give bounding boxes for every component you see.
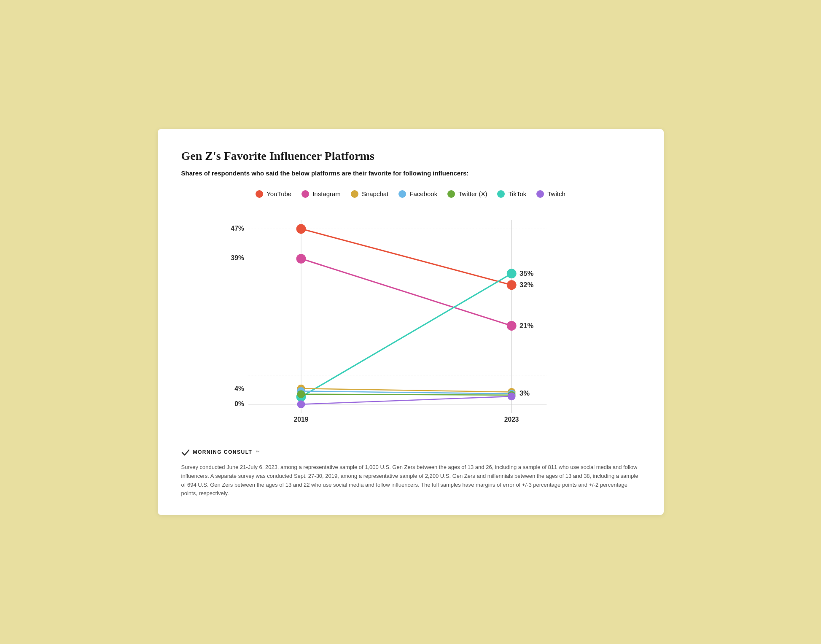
legend: YouTube Instagram Snapchat Facebook Twit… — [181, 190, 640, 198]
legend-item-twitterx: Twitter (X) — [447, 190, 487, 198]
chart-title: Gen Z's Favorite Influencer Platforms — [181, 149, 640, 163]
branding-icon — [181, 448, 190, 456]
branding-text: MORNING CONSULT — [193, 449, 253, 455]
chart-subtitle: Shares of respondents who said the below… — [181, 170, 640, 177]
others-end-label: 3% — [519, 389, 529, 397]
legend-label-tiktok: TikTok — [508, 190, 526, 197]
legend-dot-instagram — [301, 190, 309, 198]
twitch-dot-2019 — [297, 400, 305, 408]
divider — [181, 441, 640, 441]
x-label-2019: 2019 — [293, 416, 308, 423]
legend-dot-twitterx — [447, 190, 455, 198]
youtube-end-label: 32% — [519, 281, 533, 289]
footnote: Survey conducted June 21-July 6, 2023, a… — [181, 463, 640, 498]
legend-label-twitch: Twitch — [547, 190, 565, 197]
instagram-end-label: 21% — [519, 322, 533, 330]
twitch-dot-2023 — [507, 392, 515, 400]
tiktok-end-label: 35% — [519, 269, 533, 278]
legend-label-youtube: YouTube — [266, 190, 291, 197]
legend-item-youtube: YouTube — [256, 190, 291, 198]
x-label-2023: 2023 — [504, 416, 519, 423]
twitterx-dot-2019 — [297, 390, 305, 398]
branding: MORNING CONSULT ™ — [181, 448, 640, 456]
legend-label-snapchat: Snapchat — [362, 190, 388, 197]
y-label-4: 4% — [234, 385, 244, 392]
legend-dot-snapchat — [351, 190, 358, 198]
legend-dot-facebook — [398, 190, 406, 198]
legend-label-twitterx: Twitter (X) — [458, 190, 487, 197]
youtube-line — [301, 229, 511, 285]
legend-dot-tiktok — [497, 190, 505, 198]
youtube-dot-2019 — [296, 224, 306, 234]
legend-dot-twitch — [536, 190, 544, 198]
legend-item-facebook: Facebook — [398, 190, 437, 198]
y-label-0: 0% — [234, 400, 244, 407]
instagram-dot-2019 — [296, 254, 306, 264]
legend-item-snapchat: Snapchat — [351, 190, 388, 198]
legend-dot-youtube — [256, 190, 263, 198]
y-label-39: 39% — [231, 254, 244, 261]
chart-svg: 0% 4% 39% 47% 2019 2023 — [181, 211, 640, 431]
twitterx-line — [301, 394, 511, 395]
chart-card: Gen Z's Favorite Influencer Platforms Sh… — [158, 129, 664, 515]
youtube-dot-2023 — [506, 280, 516, 290]
chart-area: 0% 4% 39% 47% 2019 2023 — [181, 211, 640, 431]
legend-item-twitch: Twitch — [536, 190, 565, 198]
y-label-47: 47% — [231, 225, 244, 232]
legend-item-instagram: Instagram — [301, 190, 341, 198]
legend-item-tiktok: TikTok — [497, 190, 526, 198]
twitch-line — [301, 396, 511, 404]
tiktok-dot-2023 — [506, 269, 516, 278]
instagram-dot-2023 — [506, 321, 516, 331]
legend-label-facebook: Facebook — [409, 190, 437, 197]
legend-label-instagram: Instagram — [312, 190, 341, 197]
